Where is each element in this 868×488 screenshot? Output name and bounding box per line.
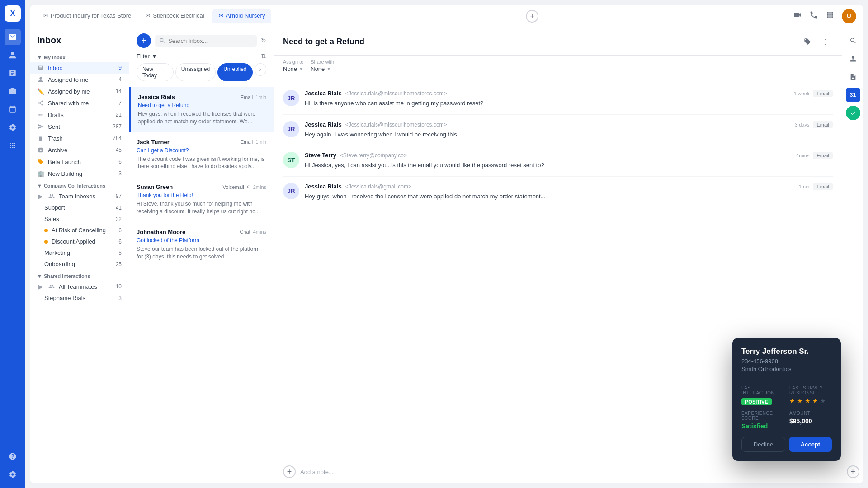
- message-row-4: JR Jessica Rials <Jessica.rials@gmail.co…: [283, 177, 833, 208]
- conversation-item-2[interactable]: Jack Turner Email 1min Can I get a Disco…: [129, 132, 274, 178]
- sidebar-item-onboarding[interactable]: Onboarding 25: [30, 258, 129, 270]
- filter-button[interactable]: Filter ▼: [137, 53, 157, 60]
- star-2: ★: [797, 397, 803, 404]
- sidebar-item-archive[interactable]: Archive 45: [30, 144, 129, 156]
- grid-apps-icon[interactable]: [826, 10, 835, 22]
- inbox-icon: [37, 64, 44, 71]
- sidebar-item-assigned-by-me[interactable]: ✏️ Assigned by me 14: [30, 85, 129, 97]
- sidebar-item-beta-launch[interactable]: Beta Launch 6: [30, 156, 129, 168]
- sidebar-item-assigned-to-me[interactable]: Assigned to me 4: [30, 74, 129, 85]
- msg-avatar-2: JR: [283, 121, 299, 137]
- sidebar-item-at-risk[interactable]: At Risk of Cancelling 6: [30, 225, 129, 236]
- rs-search-icon[interactable]: [846, 33, 860, 48]
- rs-document-icon[interactable]: [846, 70, 860, 84]
- tag-icon: [37, 158, 44, 165]
- shared-section[interactable]: ▼ Shared Interactions: [30, 270, 129, 281]
- more-options-icon[interactable]: ⋮: [818, 34, 833, 49]
- user-avatar[interactable]: U: [842, 9, 856, 23]
- sidebar-item-all-teammates[interactable]: ▶ All Teammates 10: [30, 281, 129, 292]
- rs-calendar-badge[interactable]: 31: [846, 88, 860, 102]
- sidebar-item-sales[interactable]: Sales 32: [30, 213, 129, 225]
- pencil-icon: ✏️: [37, 88, 44, 95]
- star-1: ★: [789, 397, 795, 404]
- decline-button[interactable]: Decline: [741, 437, 785, 452]
- nav-gear-icon[interactable]: [5, 466, 21, 483]
- nav-contacts-icon[interactable]: [5, 47, 21, 63]
- nav-settings-icon[interactable]: [5, 119, 21, 136]
- conversation-item-3[interactable]: Susan Green Voicemail ⊙ 2mins Thank you …: [129, 177, 274, 222]
- message-row-1: JR Jessica Rials <Jessica.rials@missouri…: [283, 84, 833, 115]
- message-row-3: ST Steve Terry <Steve.terry@company.co> …: [283, 145, 833, 177]
- sidebar-item-team-inboxes[interactable]: ▶ Team Inboxes 97: [30, 190, 129, 202]
- conversation-item-1[interactable]: Jessica Rials Email 1min Need to get a R…: [129, 87, 274, 132]
- sidebar-item-shared-with-me[interactable]: Shared with me 7: [30, 97, 129, 109]
- tab-texas[interactable]: ✉ Product Inquiry for Texas Store: [37, 9, 137, 23]
- sort-button[interactable]: ⇅: [261, 52, 266, 60]
- add-note-button[interactable]: +: [283, 465, 296, 478]
- customer-phone: 234-456-9908: [741, 358, 832, 365]
- nav-briefcase-icon[interactable]: [5, 83, 21, 99]
- amount-label: AMOUNT: [789, 411, 832, 416]
- sidebar-item-trash[interactable]: Trash 784: [30, 132, 129, 144]
- sidebar-item-sent[interactable]: Sent 287: [30, 121, 129, 132]
- inbox-list-header: + ↻ Filter ▼ ⇅: [129, 28, 274, 87]
- top-right-actions: U: [793, 9, 856, 23]
- sidebar-item-new-building[interactable]: 🏢 New Building 3: [30, 168, 129, 179]
- customer-stats-grid: LAST INTERACTION POSITIVE LAST SURVEY RE…: [741, 385, 832, 430]
- add-conversation-button[interactable]: +: [137, 33, 151, 48]
- tab-unassigned[interactable]: Unassigned: [175, 63, 216, 81]
- amount-value: $95,000: [789, 418, 832, 425]
- tab-stienbeck[interactable]: ✉ Stienbeck Electrical: [139, 9, 210, 23]
- conversation-title: Need to get a Refund: [283, 37, 364, 47]
- teammates-icon: [48, 283, 55, 290]
- share-with-dropdown[interactable]: None ▼: [311, 66, 334, 72]
- accept-button[interactable]: Accept: [789, 437, 832, 452]
- phone-icon[interactable]: [809, 10, 818, 22]
- tab-new-today[interactable]: New Today: [137, 63, 174, 81]
- msg-avatar-4: JR: [283, 183, 299, 199]
- customer-name: Terry Jefferson Sr.: [741, 347, 832, 356]
- search-input[interactable]: [168, 38, 253, 44]
- rs-user-icon[interactable]: [846, 52, 860, 66]
- sidebar-item-marketing[interactable]: Marketing 5: [30, 247, 129, 258]
- sent-icon: [37, 123, 44, 130]
- conversation-item-4[interactable]: Johnathan Moore Chat 4mins Got locked of…: [129, 222, 274, 267]
- rs-status-badge[interactable]: [846, 106, 860, 120]
- sidebar-item-inbox[interactable]: Inbox 9: [30, 62, 129, 74]
- tab-unreplied[interactable]: Unreplied: [217, 63, 252, 81]
- tabs-arrow-button[interactable]: ›: [255, 63, 267, 76]
- nav-reports-icon[interactable]: [5, 65, 21, 81]
- last-survey-label: LAST SURVEY RESPONSE: [789, 385, 832, 395]
- refresh-button[interactable]: ↻: [261, 37, 266, 44]
- sidebar-item-stephanie[interactable]: Stephanie Rials 3: [30, 292, 129, 304]
- nav-calendar-icon[interactable]: [5, 101, 21, 117]
- tag-action-icon[interactable]: [800, 34, 815, 49]
- user-icon: [37, 76, 44, 83]
- company-section[interactable]: ▼ Company Co. Interactions: [30, 179, 129, 190]
- tab-add-button[interactable]: +: [526, 10, 538, 23]
- conversation-list: Jessica Rials Email 1min Need to get a R…: [129, 87, 274, 483]
- nav-inbox-icon[interactable]: [5, 29, 21, 45]
- inbox-list-panel: + ↻ Filter ▼ ⇅: [129, 28, 274, 483]
- rs-add-button[interactable]: +: [847, 465, 859, 478]
- share-with-group: Share with None ▼: [311, 59, 334, 72]
- sidebar-item-support[interactable]: Support 41: [30, 202, 129, 213]
- sidebar-item-drafts[interactable]: ✏ Drafts 21: [30, 109, 129, 121]
- video-icon[interactable]: [793, 10, 802, 22]
- voicemail-indicator: ⊙: [247, 184, 250, 189]
- sidebar-item-discount-applied[interactable]: Discount Applied 6: [30, 236, 129, 247]
- search-box[interactable]: [155, 35, 257, 47]
- msg-avatar-3: ST: [283, 152, 299, 168]
- discount-tag-dot: [44, 240, 48, 244]
- nav-grid-icon[interactable]: [5, 137, 21, 154]
- my-inbox-section[interactable]: ▼ My Inbox: [30, 51, 129, 62]
- tab-arnold[interactable]: ✉ Arnold Nursery: [212, 9, 272, 23]
- star-3: ★: [805, 397, 811, 404]
- trash-icon: [37, 135, 44, 142]
- nav-help-icon[interactable]: [5, 448, 21, 465]
- expand-icon-2: ▶: [37, 283, 44, 290]
- app-logo[interactable]: X: [5, 5, 21, 22]
- assign-to-dropdown[interactable]: None ▼: [283, 66, 303, 72]
- star-4: ★: [812, 397, 818, 404]
- note-input[interactable]: Add a note...: [300, 469, 833, 475]
